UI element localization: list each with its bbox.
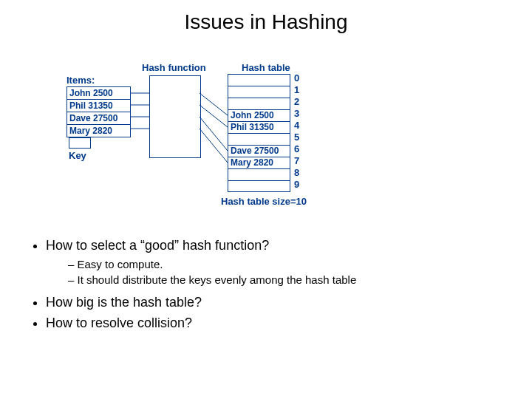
index-label: 0	[294, 72, 299, 83]
table-row	[228, 133, 290, 145]
svg-line-6	[200, 117, 228, 151]
list-item: Dave 27500	[67, 112, 130, 125]
table-row: John 2500	[228, 109, 290, 121]
bullet-item: How to select a “good” hash function? Ea…	[46, 236, 488, 287]
hash-diagram: Items: John 2500 Phil 31350 Dave 27500 M…	[66, 59, 414, 218]
index-label: 1	[294, 84, 299, 95]
table-row	[228, 168, 290, 180]
hash-table: John 2500 Phil 31350 Dave 27500 Mary 282…	[228, 74, 290, 192]
hash-function-label: Hash function	[142, 62, 206, 73]
table-row	[228, 180, 290, 192]
table-size-label: Hash table size=10	[221, 196, 307, 207]
hash-function-box	[149, 75, 201, 158]
items-box: John 2500 Phil 31350 Dave 27500 Mary 282…	[66, 86, 131, 137]
sub-bullet-item: It should distribute the keys evenly amo…	[68, 273, 488, 287]
svg-line-4	[200, 93, 228, 115]
bullet-list: How to select a “good” hash function? Ea…	[27, 236, 488, 335]
table-row: Dave 27500	[228, 145, 290, 157]
sub-bullet-item: Easy to compute.	[68, 257, 488, 272]
index-label: 4	[294, 120, 299, 131]
svg-line-7	[200, 129, 228, 163]
hash-table-label: Hash table	[242, 62, 290, 73]
items-label: Items:	[66, 75, 95, 86]
bullet-item: How big is the hash table?	[46, 293, 488, 311]
index-label: 8	[294, 167, 299, 178]
table-row	[228, 98, 290, 109]
index-label: 5	[294, 132, 299, 143]
index-label: 3	[294, 108, 299, 119]
key-box	[69, 137, 91, 149]
bullet-text: How to select a “good” hash function?	[46, 238, 269, 253]
key-label: Key	[69, 150, 86, 161]
page-title: Issues in Hashing	[0, 10, 532, 34]
table-row	[228, 86, 290, 98]
index-label: 9	[294, 179, 299, 190]
index-label: 7	[294, 155, 299, 166]
index-label: 2	[294, 96, 299, 107]
list-item: John 2500	[67, 87, 130, 100]
index-label: 6	[294, 143, 299, 154]
table-row	[228, 74, 290, 86]
table-row: Mary 2820	[228, 157, 290, 168]
list-item: Phil 31350	[67, 100, 130, 112]
list-item: Mary 2820	[67, 125, 130, 137]
bullet-item: How to resolve collision?	[46, 314, 488, 332]
svg-line-5	[200, 105, 228, 127]
table-row: Phil 31350	[228, 121, 290, 133]
